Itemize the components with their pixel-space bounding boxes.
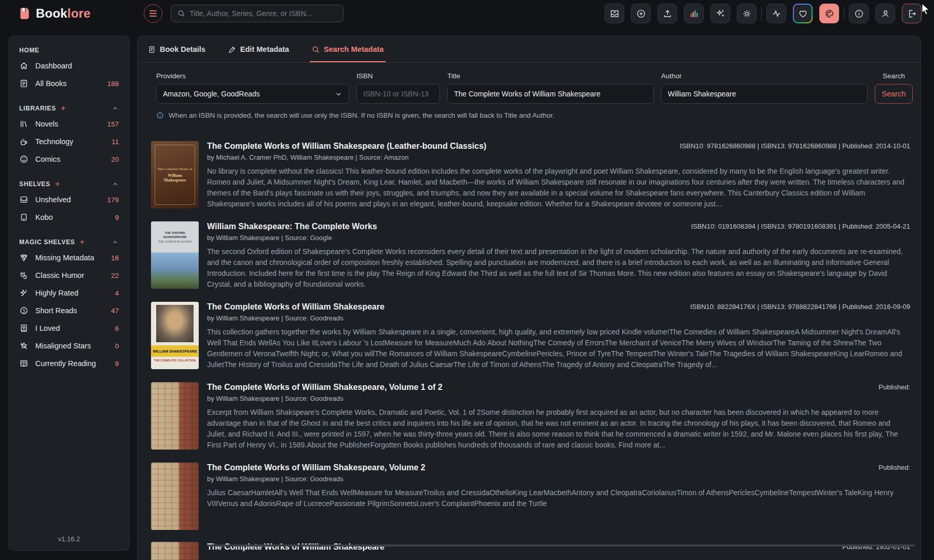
result-title[interactable]: The Complete Works of William Shakespear… <box>207 141 486 151</box>
app-logo[interactable]: Booklore <box>18 6 91 21</box>
cover-text: William Shakespeare <box>157 173 193 183</box>
result-title[interactable]: The Complete Works of William Shakespear… <box>207 382 443 393</box>
sidebar-item-label: Currently Reading <box>35 359 96 368</box>
tab-search-metadata[interactable]: Search Metadata <box>310 36 386 62</box>
horizontal-scrollbar[interactable] <box>207 544 915 547</box>
tab-book-details[interactable]: Book Details <box>146 36 208 62</box>
sidebar-item-label: Dashboard <box>35 62 72 70</box>
search-metadata-icon <box>312 46 320 53</box>
chevron-up-icon[interactable] <box>112 105 119 112</box>
sidebar-item-misaligned-stars[interactable]: Misaligned Stars 0 <box>15 337 123 355</box>
result-isbn-meta: ISBN10: 9781626860988 | ISBN13: 97816268… <box>680 141 910 151</box>
note-text: When an ISBN is provided, the search wil… <box>169 111 555 119</box>
result-title[interactable]: William Shakespeare: The Complete Works <box>207 221 377 232</box>
sidebar-item-label: Classic Humor <box>35 271 84 279</box>
sidebar-item-i-loved[interactable]: I Loved 6 <box>15 319 123 337</box>
book-heart-icon <box>19 324 29 333</box>
result-title[interactable]: The Complete Works of William Shakespear… <box>207 463 425 473</box>
result-row[interactable]: The Complete Works of William Shakespear… <box>151 463 910 530</box>
activity-pulse-icon <box>772 9 781 19</box>
logout-icon <box>907 9 917 19</box>
global-search-input[interactable] <box>189 9 336 18</box>
sparkles-icon <box>716 9 725 19</box>
statistics-button[interactable] <box>684 4 704 23</box>
isbn-input[interactable] <box>356 84 440 104</box>
book-cover[interactable] <box>151 542 199 560</box>
cover-text: THE OXFORD SHAKESPEARE <box>153 231 197 239</box>
favorites-button[interactable] <box>793 4 813 23</box>
info-icon <box>854 9 864 19</box>
inbox-tray-icon <box>610 9 620 19</box>
sidebar-item-comics[interactable]: Comics 20 <box>15 150 123 168</box>
book-details-icon <box>148 46 156 53</box>
activity-button[interactable] <box>766 4 786 23</box>
isbn-info-note: When an ISBN is provided, the search wil… <box>156 111 913 119</box>
sidebar-item-missing-metadata[interactable]: Missing Metadata 16 <box>15 249 123 267</box>
add-book-button[interactable] <box>631 4 651 23</box>
book-cover[interactable]: THE OXFORD SHAKESPEARETHE COMPLETE WORKS <box>151 221 199 289</box>
user-button[interactable] <box>875 4 895 23</box>
result-description: No library is complete without the class… <box>207 166 910 209</box>
item-count: 22 <box>111 272 119 279</box>
magic-actions-button[interactable] <box>710 4 730 23</box>
tabs-bar: Book Details Edit Metadata Search Metada… <box>138 36 921 63</box>
sidebar-item-currently-reading[interactable]: Currently Reading 9 <box>15 355 123 372</box>
book-icon <box>19 79 29 88</box>
settings-gear-icon <box>742 9 752 19</box>
add-magic-shelf-icon[interactable]: + <box>80 240 85 245</box>
sidebar-item-novels[interactable]: Novels 157 <box>15 115 123 133</box>
add-library-icon[interactable]: + <box>61 106 66 111</box>
result-row[interactable]: THE OXFORD SHAKESPEARETHE COMPLETE WORKS… <box>151 221 910 290</box>
result-isbn-meta: Published: <box>878 463 910 473</box>
book-cover[interactable] <box>151 463 199 530</box>
item-count: 179 <box>107 196 119 204</box>
sidebar-item-unshelved[interactable]: Unshelved 179 <box>15 191 123 208</box>
book-cover[interactable] <box>151 382 199 450</box>
result-row[interactable]: WILLIAM SHAKESPEARE THE COMPLETE COLLECT… <box>151 302 910 370</box>
result-isbn-meta: Published: 1952-01-01 <box>842 542 910 552</box>
result-byline: by Michael A. Cramer PhD, William Shakes… <box>207 153 910 161</box>
result-row[interactable]: The Complete Works of William Shakespear… <box>151 382 910 451</box>
result-byline: by William Shakespeare | Source: Goodrea… <box>207 314 910 322</box>
sidebar-item-highly-rated[interactable]: Highly Rated 4 <box>15 284 123 302</box>
item-count: 4 <box>115 289 119 297</box>
settings-button[interactable] <box>737 4 757 23</box>
cover-text: THE COMPLETE COLLECTION <box>151 359 199 362</box>
add-shelf-icon[interactable]: + <box>55 181 60 187</box>
chevron-up-icon[interactable] <box>112 239 119 246</box>
sidebar-item-technology[interactable]: Technology 11 <box>15 133 123 150</box>
sidebar-item-kobo[interactable]: Kobo 9 <box>15 208 123 226</box>
result-row[interactable]: The Complete Works ofWilliam Shakespeare… <box>151 141 910 209</box>
sidebar-item-all-books[interactable]: All Books 188 <box>15 75 123 92</box>
sidebar-item-short-reads[interactable]: Short Reads 47 <box>15 302 123 319</box>
coffee-icon <box>19 137 29 146</box>
inbox-tray-button[interactable] <box>605 4 624 23</box>
result-isbn-meta: ISBN10: 0191608394 | ISBN13: 97801916083… <box>691 221 910 232</box>
theme-button[interactable] <box>819 4 839 23</box>
upload-button[interactable] <box>657 4 677 23</box>
providers-label: Providers <box>156 72 349 80</box>
item-count: 188 <box>107 80 119 88</box>
sidebar-item-classic-humor[interactable]: Classic Humor 22 <box>15 267 123 284</box>
item-count: 0 <box>115 342 119 350</box>
sidebar-item-dashboard[interactable]: Dashboard <box>15 57 123 75</box>
logout-button[interactable] <box>902 4 922 23</box>
main-panel: Book Details Edit Metadata Search Metada… <box>137 36 921 560</box>
inbox-icon <box>19 195 29 204</box>
providers-value: Amazon, Google, GoodReads <box>163 90 260 98</box>
info-button[interactable] <box>849 4 869 23</box>
title-input[interactable] <box>447 84 654 104</box>
result-title[interactable]: The Complete Works of William Shakespear… <box>207 542 384 552</box>
search-button[interactable]: Search <box>875 84 913 104</box>
providers-select[interactable]: Amazon, Google, GoodReads <box>156 84 349 104</box>
chevron-up-icon[interactable] <box>112 180 119 188</box>
book-cover[interactable]: WILLIAM SHAKESPEARE THE COMPLETE COLLECT… <box>151 302 199 369</box>
global-search[interactable] <box>171 5 344 22</box>
tab-edit-metadata[interactable]: Edit Metadata <box>226 36 291 62</box>
book-cover[interactable]: The Complete Works ofWilliam Shakespeare <box>151 141 199 208</box>
author-input[interactable] <box>661 84 868 104</box>
result-title[interactable]: The Complete Works of William Shakespear… <box>207 302 384 312</box>
sidebar-toggle-button[interactable] <box>144 4 162 23</box>
section-header-shelves: SHELVES + <box>19 180 119 188</box>
app-title: Booklore <box>36 6 91 21</box>
